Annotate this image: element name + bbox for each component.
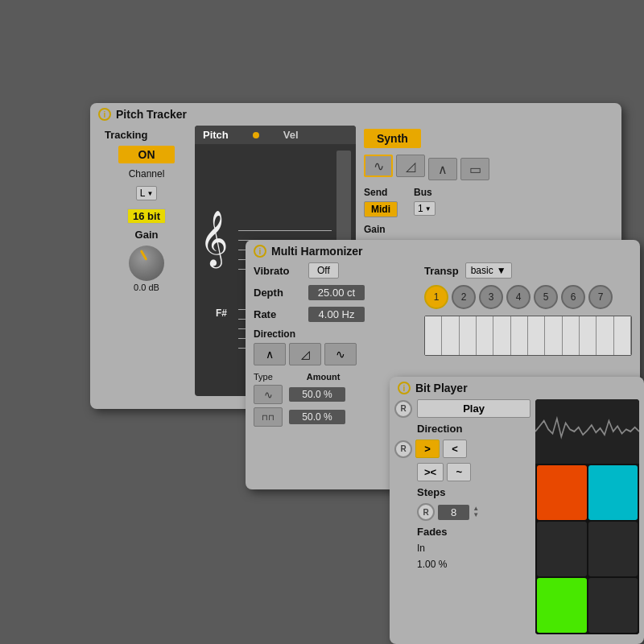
- dir-peak-btn[interactable]: ∧: [254, 343, 286, 365]
- pad-2[interactable]: [588, 465, 638, 520]
- r-play-btn[interactable]: R: [394, 400, 412, 418]
- fades-in-label: In: [417, 543, 530, 554]
- pitch-tracker-left: Tracking ON Channel L ▼ 16 bit Gain 0.0 …: [98, 126, 195, 396]
- bit-player-title-bar: i Bit Player: [390, 377, 644, 399]
- step-down-arrow[interactable]: ▼: [473, 512, 479, 518]
- voice-2-btn[interactable]: 2: [452, 285, 476, 309]
- bit-player-info-icon[interactable]: i: [398, 382, 411, 394]
- treble-clef-icon: 𝄞: [200, 214, 228, 262]
- key-d[interactable]: [442, 316, 459, 355]
- gain-knob[interactable]: [129, 246, 164, 281]
- dir-sine-btn[interactable]: ∿: [324, 343, 357, 365]
- gain-value: 0.0 dB: [134, 283, 159, 292]
- piano-keyboard[interactable]: [424, 316, 632, 356]
- type-label: Type: [254, 372, 273, 382]
- transp-row: Transp basic ▼: [424, 262, 632, 279]
- key-e[interactable]: [460, 316, 477, 355]
- gain-section-right: Gain: [364, 224, 613, 235]
- pad-6[interactable]: [588, 578, 638, 633]
- key-g2[interactable]: [614, 316, 631, 355]
- bus-section: Bus 1 ▼: [414, 187, 436, 217]
- multi-harmonizer-info-icon[interactable]: i: [254, 245, 266, 258]
- direction-row-2: >< ~: [417, 463, 530, 481]
- steps-number[interactable]: 8: [438, 505, 469, 520]
- steps-arrows: ▲ ▼: [473, 506, 479, 518]
- play-row: R Play: [394, 399, 530, 418]
- transp-dropdown-arrow: ▼: [497, 265, 506, 276]
- multi-harmonizer-title-bar: i Multi Harmonizer: [246, 240, 640, 262]
- steps-label: Steps: [417, 486, 530, 498]
- send-bus-section: Send Midi Bus 1 ▼: [364, 187, 613, 217]
- on-button[interactable]: ON: [118, 146, 175, 163]
- dir-random-btn[interactable]: ~: [447, 463, 471, 481]
- waveform-display: [535, 399, 639, 464]
- bit-player-title: Bit Player: [415, 382, 468, 394]
- waveform-selector: ∿ ◿ ∧ ▭: [364, 155, 613, 180]
- synth-button[interactable]: Synth: [364, 129, 421, 148]
- send-section: Send Midi: [364, 187, 398, 217]
- channel-label: Channel: [129, 168, 165, 180]
- multi-harmonizer-title: Multi Harmonizer: [271, 245, 363, 258]
- depth-label: Depth: [254, 287, 302, 299]
- pad-4[interactable]: [588, 522, 638, 576]
- amount-1[interactable]: 50.0 %: [289, 387, 345, 402]
- dir-forward-btn[interactable]: >: [415, 440, 440, 458]
- bus-dropdown-arrow: ▼: [425, 205, 431, 213]
- dir-saw-btn[interactable]: ◿: [289, 343, 321, 365]
- rate-row: Rate 4.00 Hz: [254, 307, 415, 322]
- channel-dropdown-arrow: ▼: [147, 190, 153, 197]
- pitch-tracker-title-bar: i Pitch Tracker: [90, 103, 621, 126]
- midi-button[interactable]: Midi: [364, 201, 398, 217]
- vibrato-off-button[interactable]: Off: [308, 262, 339, 279]
- key-e2[interactable]: [580, 316, 597, 355]
- voice-5-btn[interactable]: 5: [534, 285, 558, 309]
- key-f[interactable]: [477, 316, 493, 355]
- wave-sine[interactable]: ∿: [364, 155, 393, 177]
- pad-1[interactable]: [537, 465, 587, 520]
- key-c[interactable]: [425, 316, 442, 355]
- pitch-tracker-title: Pitch Tracker: [116, 108, 187, 121]
- pt-dot: [253, 132, 259, 138]
- type-wave-1[interactable]: ∿: [254, 385, 283, 404]
- amount-2[interactable]: 50.0 %: [289, 410, 345, 424]
- type-wave-2[interactable]: ⊓⊓: [254, 407, 283, 427]
- direction-row-1: R > <: [394, 440, 530, 458]
- pad-5[interactable]: [537, 578, 587, 633]
- key-g[interactable]: [493, 316, 510, 355]
- transp-dropdown[interactable]: basic ▼: [465, 262, 512, 279]
- tab-vel[interactable]: Vel: [283, 129, 299, 141]
- bus-dropdown[interactable]: 1 ▼: [414, 201, 436, 216]
- voice-1-btn[interactable]: 1: [424, 285, 448, 309]
- key-b[interactable]: [528, 316, 545, 355]
- dir-bounce-btn[interactable]: ><: [417, 463, 444, 481]
- depth-value[interactable]: 25.00 ct: [308, 285, 365, 300]
- key-f2[interactable]: [597, 316, 613, 355]
- voice-6-btn[interactable]: 6: [561, 285, 585, 309]
- pitch-tracker-info-icon[interactable]: i: [98, 108, 111, 121]
- gain-knob-wrap: 0.0 dB: [129, 246, 164, 292]
- vibrato-row: Vibrato Off: [254, 262, 415, 279]
- bp-left: R Play Direction R > < >< ~ Steps R 8: [394, 399, 535, 634]
- mh-direction-section: Direction ∧ ◿ ∿: [254, 328, 415, 365]
- direction-label: Direction: [254, 328, 415, 340]
- key-c2[interactable]: [545, 316, 562, 355]
- channel-dropdown[interactable]: L ▼: [136, 186, 158, 200]
- key-a[interactable]: [511, 316, 528, 355]
- dir-backward-btn[interactable]: <: [443, 440, 467, 458]
- voice-4-btn[interactable]: 4: [506, 285, 530, 309]
- note-label: F#: [216, 308, 227, 319]
- voice-3-btn[interactable]: 3: [479, 285, 503, 309]
- wave-saw[interactable]: ◿: [396, 155, 425, 177]
- wave-triangle[interactable]: ∧: [428, 158, 457, 180]
- key-d2[interactable]: [563, 316, 580, 355]
- tab-pitch[interactable]: Pitch: [203, 129, 229, 141]
- r-direction-btn[interactable]: R: [394, 440, 412, 458]
- voice-7-btn[interactable]: 7: [588, 285, 613, 309]
- r-steps-btn[interactable]: R: [417, 503, 435, 521]
- rate-value[interactable]: 4.00 Hz: [308, 307, 365, 322]
- pt-tabs: Pitch Vel: [195, 126, 356, 144]
- play-button[interactable]: Play: [417, 399, 530, 418]
- pad-3[interactable]: [537, 522, 587, 576]
- wave-square[interactable]: ▭: [460, 158, 489, 180]
- bit-badge[interactable]: 16 bit: [127, 208, 166, 224]
